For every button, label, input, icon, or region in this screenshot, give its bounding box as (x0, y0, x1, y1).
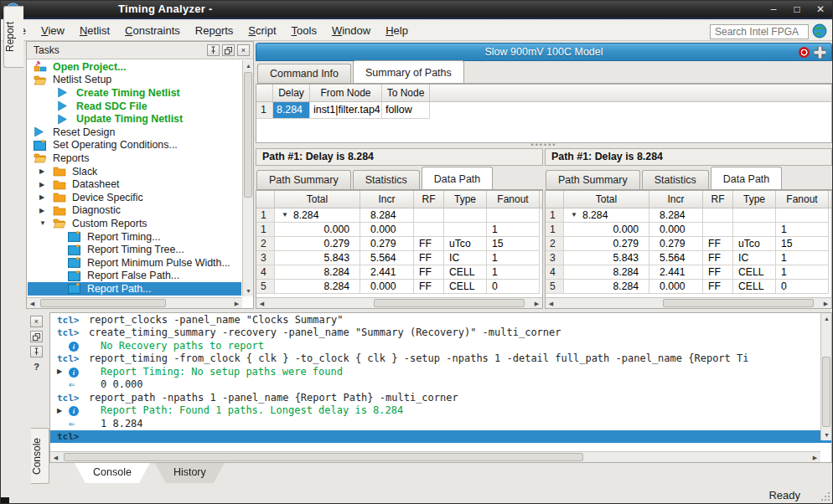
task-set-operating-conditions[interactable]: Set Operating Conditions... (28, 139, 241, 152)
report-side-tab[interactable]: Report (3, 6, 23, 68)
scroll-left-icon[interactable]: ◀ (27, 298, 38, 309)
col-type[interactable]: Type (444, 191, 487, 208)
task-open-project[interactable]: Open Project... (28, 60, 241, 74)
scroll-up-icon[interactable]: ▲ (821, 313, 832, 324)
tab-path-summary[interactable]: Path Summary (256, 170, 351, 189)
row-number[interactable]: 1 (256, 102, 273, 119)
table-row[interactable]: 4 8.284 2.441 FF CELL 1 (256, 265, 542, 280)
table-row[interactable]: 4 8.284 2.441 FF CELL 1 (546, 265, 831, 280)
menu-tools[interactable]: Tools (284, 23, 324, 39)
task-reports-folder[interactable]: Reports (28, 152, 241, 165)
expand-arrow-icon[interactable]: ▶ (57, 407, 69, 414)
scrollbar-thumb[interactable] (822, 357, 830, 427)
task-read-sdc-file[interactable]: Read SDC File (28, 100, 241, 113)
col-total[interactable]: Total (564, 191, 649, 208)
path-table-horizontal-scrollbar[interactable]: ◀ ▶ (546, 297, 831, 308)
scroll-left-icon[interactable]: ◀ (546, 298, 556, 309)
search-input[interactable] (710, 24, 809, 39)
col-rf[interactable]: RF (414, 191, 444, 208)
menu-view[interactable]: View (34, 23, 72, 39)
col-from-node[interactable]: From Node (310, 85, 382, 101)
scrollbar-thumb[interactable] (374, 299, 525, 307)
console-float-icon[interactable] (30, 331, 43, 342)
path-table-horizontal-scrollbar[interactable]: ◀ ▶ (256, 297, 542, 308)
task-report-path-selected[interactable]: Report Path... (28, 282, 241, 296)
table-row[interactable]: 1 ▼8.284 8.284 (546, 208, 831, 223)
task-netlist-setup[interactable]: Netlist Setup (28, 74, 241, 87)
col-incr[interactable]: Incr (360, 191, 414, 208)
table-row[interactable]: 3 5.843 5.564 FF IC 1 (256, 251, 542, 265)
console-side-tab[interactable]: Console (31, 428, 49, 484)
maximize-button[interactable]: □ (789, 2, 805, 17)
tab-summary-of-paths[interactable]: Summary of Paths (353, 60, 464, 83)
task-reset-design[interactable]: Reset Design (28, 126, 241, 139)
chevron-right-icon[interactable]: ▶ (36, 207, 53, 214)
tasks-horizontal-scrollbar[interactable]: ◀ ▶ (27, 297, 242, 308)
chevron-right-icon[interactable]: ▶ (36, 167, 53, 175)
scroll-right-icon[interactable]: ▶ (810, 452, 820, 463)
menu-help[interactable]: Help (378, 23, 416, 39)
tab-statistics[interactable]: Statistics (642, 170, 709, 189)
scrollbar-thumb[interactable] (40, 299, 166, 307)
globe-icon[interactable] (812, 23, 827, 39)
tab-console[interactable]: Console (75, 463, 150, 483)
col-type[interactable]: Type (733, 191, 776, 208)
console-close-icon[interactable]: × (30, 316, 43, 327)
col-incr[interactable]: Incr (649, 191, 703, 208)
table-row[interactable]: 2 0.279 0.279 FF uTco 15 (256, 237, 542, 251)
menu-constraints[interactable]: Constraints (117, 23, 188, 39)
menu-script[interactable]: Script (241, 23, 283, 39)
task-update-timing-netlist[interactable]: Update Timing Netlist (28, 112, 241, 126)
chevron-right-icon[interactable]: ▶ (36, 181, 53, 188)
scrollbar-thumb[interactable] (64, 453, 583, 461)
scroll-right-icon[interactable]: ▶ (231, 298, 242, 309)
tab-data-path[interactable]: Data Path (711, 167, 783, 189)
float-icon[interactable] (222, 44, 235, 56)
table-row[interactable]: 1 ▼8.284 8.284 (256, 208, 542, 223)
task-create-timing-netlist[interactable]: Create Timing Netlist (28, 86, 241, 100)
scroll-right-icon[interactable]: ▶ (820, 298, 831, 309)
chevron-down-icon[interactable]: ▼ (571, 208, 577, 222)
console-input-line[interactable]: tcl> (50, 430, 831, 444)
col-to-node[interactable]: To Node (382, 85, 430, 101)
col-total[interactable]: Total (275, 191, 360, 208)
col-delay[interactable]: Delay (273, 85, 310, 101)
model-panel-titlebar[interactable]: Slow 900mV 100C Model (256, 43, 832, 61)
table-row[interactable]: 5 8.284 0.000 FF CELL 0 (546, 280, 831, 294)
task-report-timing[interactable]: Report Timing... (28, 230, 241, 244)
col-fanout[interactable]: Fanout (487, 191, 540, 208)
tab-history[interactable]: History (155, 463, 225, 483)
tab-data-path[interactable]: Data Path (422, 167, 494, 189)
task-slack-folder[interactable]: ▶ Slack (28, 165, 241, 178)
task-custom-reports-folder[interactable]: ▼ Custom Reports (28, 217, 241, 230)
tab-statistics[interactable]: Statistics (353, 170, 420, 189)
task-report-false-path[interactable]: Report False Path... (28, 270, 241, 283)
close-icon[interactable]: × (237, 44, 250, 56)
resize-grip[interactable] (820, 491, 830, 501)
col-fanout[interactable]: Fanout (776, 191, 829, 208)
console-vertical-scrollbar[interactable]: ▲ ▼ (820, 313, 831, 440)
scroll-left-icon[interactable]: ◀ (50, 452, 61, 463)
chevron-down-icon[interactable]: ▼ (36, 219, 53, 227)
scrollbar-thumb[interactable] (244, 72, 252, 198)
task-diagnostic-folder[interactable]: ▶ Diagnostic (28, 204, 241, 218)
scroll-down-icon[interactable]: ▼ (821, 429, 832, 440)
move-plus-icon[interactable] (814, 46, 826, 59)
task-report-timing-tree[interactable]: Report Timing Tree... (28, 243, 241, 256)
scroll-up-icon[interactable]: ▲ (243, 60, 254, 71)
scroll-right-icon[interactable]: ▶ (531, 298, 542, 309)
menu-netlist[interactable]: Netlist (72, 23, 117, 39)
tasks-vertical-scrollbar[interactable]: ▲ ▼ (242, 60, 253, 296)
delay-cell-selected[interactable]: 8.284 (273, 102, 310, 119)
console-help-icon[interactable]: ? (30, 361, 43, 373)
scrollbar-thumb[interactable] (663, 299, 814, 307)
task-report-minimum-pulse-width[interactable]: Report Minimum Pulse Width... (28, 256, 241, 270)
menu-window[interactable]: Window (324, 23, 378, 39)
chevron-right-icon[interactable]: ▶ (36, 193, 53, 201)
console-horizontal-scrollbar[interactable]: ◀ ▶ (50, 451, 820, 462)
chevron-down-icon[interactable]: ▼ (282, 208, 288, 222)
from-node-cell[interactable]: inst1|filter.tap4 (310, 102, 382, 119)
close-button[interactable]: ✕ (812, 2, 829, 17)
record-target-icon[interactable] (799, 47, 810, 58)
table-row[interactable]: 5 8.284 0.000 FF CELL 0 (256, 280, 542, 294)
